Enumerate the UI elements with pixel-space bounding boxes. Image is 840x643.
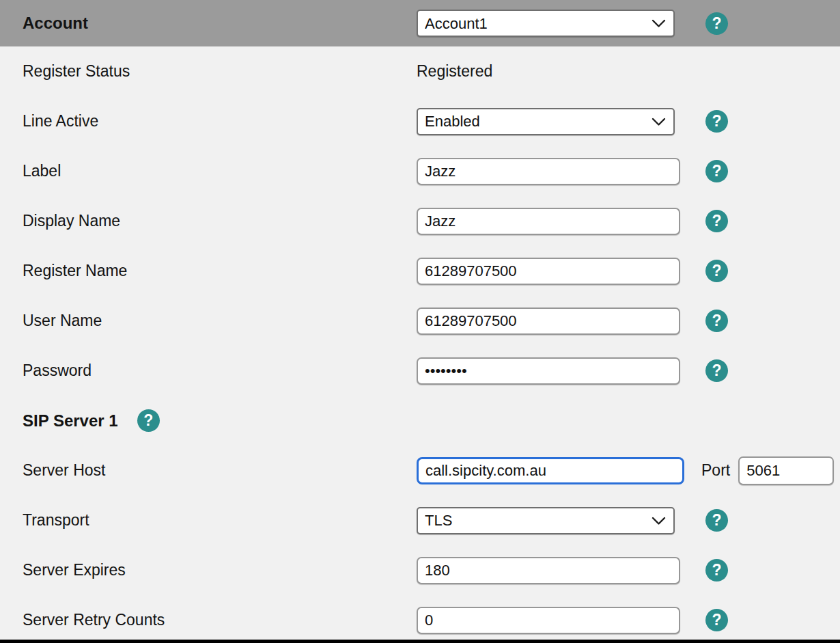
row-server-expires: Server Expires ?: [0, 545, 840, 595]
row-user-name: User Name ?: [0, 296, 840, 346]
register-name-label: Register Name: [0, 262, 417, 280]
register-name-input[interactable]: [417, 258, 680, 285]
server-retry-counts-label: Server Retry Counts: [0, 611, 417, 629]
sip-server-1-heading: SIP Server 1: [23, 411, 118, 430]
help-icon-password[interactable]: ?: [705, 359, 728, 382]
row-server-host: Server Host Port: [0, 446, 840, 495]
help-icon-server-expires[interactable]: ?: [705, 559, 728, 582]
port-input[interactable]: [738, 456, 834, 485]
register-status-label: Register Status: [0, 62, 417, 81]
help-icon-label[interactable]: ?: [705, 160, 728, 182]
password-input[interactable]: [417, 357, 680, 385]
bottom-frame-line: [0, 640, 840, 643]
user-name-input[interactable]: [417, 307, 680, 335]
row-label: Label ?: [0, 146, 840, 196]
display-name-label: Display Name: [0, 212, 417, 230]
sip-server-1-heading-row: SIP Server 1 ?: [0, 396, 840, 446]
help-icon-account[interactable]: ?: [705, 12, 728, 35]
row-password: Password ?: [0, 346, 840, 396]
server-expires-label: Server Expires: [0, 561, 417, 579]
row-display-name: Display Name ?: [0, 196, 840, 246]
help-icon-transport[interactable]: ?: [705, 509, 728, 532]
port-label: Port: [701, 461, 730, 480]
row-transport: Transport TLS ?: [0, 495, 840, 545]
transport-select-wrap: TLS: [417, 507, 675, 534]
help-icon-display-name[interactable]: ?: [705, 210, 728, 232]
row-register-status: Register Status Registered: [0, 46, 840, 96]
password-label: Password: [0, 361, 417, 380]
server-retry-counts-input[interactable]: [417, 607, 680, 634]
help-icon-user-name[interactable]: ?: [705, 310, 728, 332]
label-input[interactable]: [417, 158, 680, 185]
server-expires-input[interactable]: [417, 557, 680, 584]
server-host-input[interactable]: [417, 457, 684, 484]
help-icon-line-active[interactable]: ?: [705, 110, 728, 133]
line-active-select[interactable]: Enabled: [417, 108, 675, 135]
account-select-wrap: Account1: [417, 10, 675, 37]
row-register-name: Register Name ?: [0, 246, 840, 296]
label-field-label: Label: [0, 162, 417, 180]
account-select[interactable]: Account1: [417, 10, 675, 37]
transport-label: Transport: [0, 511, 417, 530]
help-icon-server-retry-counts[interactable]: ?: [705, 609, 728, 631]
register-status-value: Registered: [417, 62, 492, 81]
server-host-label: Server Host: [0, 461, 417, 480]
line-active-label: Line Active: [0, 112, 417, 131]
display-name-input[interactable]: [417, 208, 680, 235]
line-active-select-wrap: Enabled: [417, 108, 675, 135]
transport-select[interactable]: TLS: [417, 507, 675, 534]
row-line-active: Line Active Enabled ?: [0, 96, 840, 146]
account-section-title: Account: [0, 14, 417, 33]
account-header-bar: Account Account1 ?: [0, 0, 840, 46]
user-name-label: User Name: [0, 312, 417, 330]
help-icon-sip-server[interactable]: ?: [137, 409, 160, 432]
row-server-retry-counts: Server Retry Counts ?: [0, 595, 840, 643]
help-icon-register-name[interactable]: ?: [705, 260, 728, 282]
